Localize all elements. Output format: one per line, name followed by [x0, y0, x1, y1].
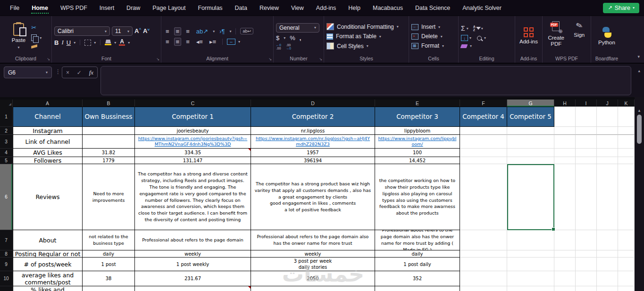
cell[interactable]: [597, 127, 618, 135]
column-header-a[interactable]: A: [13, 100, 83, 107]
bold-button[interactable]: B: [54, 39, 59, 46]
fill-button[interactable]: ↓ ▾: [461, 35, 471, 41]
insert-cells-button[interactable]: ← Insert ▾: [411, 24, 440, 30]
cell-a1[interactable]: Channel: [13, 107, 83, 127]
cell[interactable]: [460, 164, 507, 230]
tab-file[interactable]: File: [4, 0, 25, 16]
cell-b1[interactable]: Own Bussiness: [83, 107, 135, 127]
increase-indent-button[interactable]: ▸≡: [208, 38, 218, 46]
align-right-button[interactable]: ≡: [184, 38, 192, 46]
paste-button[interactable]: Paste ▾: [10, 22, 27, 50]
cell[interactable]: [460, 271, 507, 286]
sign-button[interactable]: ✎ Sign: [570, 20, 588, 39]
cell[interactable]: [460, 230, 507, 250]
select-all-corner[interactable]: ◢: [0, 100, 13, 107]
cell-d11[interactable]: [251, 286, 375, 291]
add-ins-button[interactable]: Add-ins: [518, 26, 540, 46]
active-cell-selection[interactable]: [507, 164, 554, 230]
cell-g1[interactable]: Competitor 5: [507, 107, 554, 127]
row-header[interactable]: 10: [0, 271, 13, 286]
cell[interactable]: [460, 135, 507, 149]
dialog-launcher-icon[interactable]: ↘: [156, 57, 159, 61]
cell-d2[interactable]: nr.lipgloss: [251, 127, 375, 135]
cell-e6[interactable]: the competitor working on how to show th…: [375, 164, 460, 230]
cell[interactable]: [576, 230, 597, 250]
tab-page-layout[interactable]: Page Layout: [146, 0, 192, 16]
font-name-select[interactable]: Calibri ▾: [54, 26, 110, 36]
cell[interactable]: [554, 164, 576, 230]
tab-insert[interactable]: Insert: [93, 0, 120, 16]
chevron-down-icon[interactable]: ▾: [128, 41, 130, 45]
cell[interactable]: [554, 230, 576, 250]
cell[interactable]: [460, 157, 507, 164]
font-size-select[interactable]: 11 ▾: [112, 26, 133, 36]
increase-font-size-button[interactable]: A^: [134, 27, 141, 34]
chevron-down-icon[interactable]: ▾: [229, 29, 231, 33]
cell-e5[interactable]: 14,452: [375, 157, 460, 164]
cell[interactable]: [576, 250, 597, 258]
align-top-button[interactable]: ≡: [164, 27, 171, 35]
cell[interactable]: [554, 149, 576, 157]
fill-handle[interactable]: [552, 227, 555, 231]
cell-c6[interactable]: The competitor has a strong and diverse …: [135, 164, 251, 230]
cell-a2[interactable]: Instagram: [13, 127, 83, 135]
cell[interactable]: [597, 286, 618, 291]
format-cells-button[interactable]: ▦ Format ▾: [411, 42, 444, 49]
scroll-up-icon[interactable]: ▲: [637, 108, 641, 113]
cell-a9[interactable]: # of posts/week: [13, 258, 83, 271]
cell-c8[interactable]: weekly: [135, 250, 251, 258]
cancel-icon[interactable]: ×: [66, 69, 69, 76]
sort-filter-button[interactable]: AZ ▾: [473, 25, 483, 32]
cell-b2[interactable]: [83, 127, 135, 135]
cell-e7[interactable]: Professional about refers to the page do…: [375, 230, 460, 250]
cell[interactable]: [618, 271, 635, 286]
underline-button[interactable]: U: [67, 39, 71, 46]
clear-button[interactable]: ▾: [461, 44, 472, 48]
decrease-indent-button[interactable]: ◂≡: [194, 38, 205, 46]
column-header-j[interactable]: J: [597, 100, 618, 107]
column-header-f[interactable]: F: [460, 100, 507, 107]
cell[interactable]: [618, 149, 635, 157]
cell-b11[interactable]: [83, 286, 135, 291]
cell-c10[interactable]: 231.67: [135, 271, 251, 286]
cell-d4[interactable]: 1957: [251, 149, 375, 157]
cell[interactable]: [618, 164, 635, 230]
cell[interactable]: [576, 107, 597, 127]
row-header[interactable]: 2: [0, 127, 13, 135]
chevron-down-icon[interactable]: ▾: [114, 41, 116, 45]
column-header-e[interactable]: E: [375, 100, 460, 107]
comma-format-button[interactable]: ,: [300, 34, 301, 42]
cell[interactable]: [597, 135, 618, 149]
cell[interactable]: [460, 286, 507, 291]
expand-formula-bar-icon[interactable]: ▴: [638, 68, 640, 73]
borders-icon[interactable]: [84, 40, 91, 46]
autosum-button[interactable]: Σ ▾: [461, 25, 468, 32]
cell[interactable]: [554, 107, 576, 127]
row-header[interactable]: [0, 286, 13, 291]
cell[interactable]: [576, 127, 597, 135]
row-header[interactable]: 4: [0, 149, 13, 157]
cell[interactable]: [618, 135, 635, 149]
row-header-6-selected[interactable]: 6: [0, 164, 13, 230]
cell-a7[interactable]: About: [13, 230, 83, 250]
cell[interactable]: [597, 164, 618, 230]
format-painter-icon[interactable]: [31, 44, 37, 49]
cell[interactable]: [554, 258, 576, 271]
increase-decimal-icon[interactable]: ←0.00: [276, 43, 281, 50]
cell[interactable]: [554, 286, 576, 291]
cell-c5[interactable]: 131,147: [135, 157, 251, 164]
cell[interactable]: [554, 271, 576, 286]
create-pdf-button[interactable]: PDF ⊕ Create PDF: [545, 20, 567, 48]
cell-c9[interactable]: 1 post weekly: [135, 258, 251, 271]
row-header[interactable]: 9: [0, 258, 13, 271]
cell-e2[interactable]: lippybloom: [375, 127, 460, 135]
insert-function-icon[interactable]: fx: [89, 69, 93, 76]
cell[interactable]: [554, 135, 576, 149]
tab-view[interactable]: View: [285, 0, 310, 16]
row-header[interactable]: 1: [0, 107, 13, 127]
cell[interactable]: [460, 149, 507, 157]
cell-d6[interactable]: The competitor has a strong product base…: [251, 164, 375, 230]
tab-analytic-solver[interactable]: Analytic Solver: [456, 0, 508, 16]
fill-color-button[interactable]: [105, 40, 111, 45]
chevron-down-icon[interactable]: ▾: [74, 41, 75, 45]
